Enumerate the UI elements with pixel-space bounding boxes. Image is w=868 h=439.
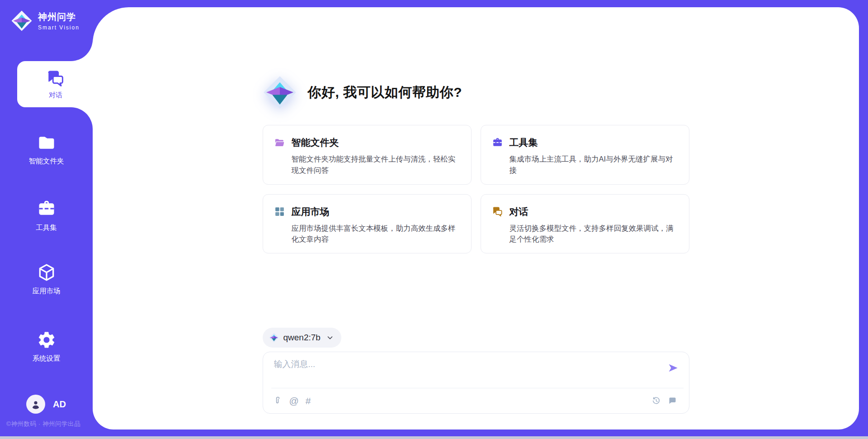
feature-cards: 智能文件夹 智能文件夹功能支持批量文件上传与清洗，轻松实现文件问答 工具集 集成… bbox=[263, 125, 689, 253]
toolbox-icon bbox=[492, 137, 503, 148]
sidebar: 神州问学 Smart Vision 对话 智能文件夹 工具集 应用市场 系统设置 bbox=[0, 0, 93, 439]
card-description: 应用市场提供丰富长文本模板，助力高效生成多样化文章内容 bbox=[292, 223, 459, 245]
app-subtitle: Smart Vision bbox=[38, 24, 80, 31]
card-toolbox[interactable]: 工具集 集成市场上主流工具，助力AI与外界无缝扩展与对接 bbox=[481, 125, 689, 185]
card-description: 灵活切换多模型文件，支持多样回复效果调试，满足个性化需求 bbox=[509, 223, 677, 245]
app-name: 神州问学 bbox=[38, 11, 80, 23]
sidebar-item-label: 应用市场 bbox=[33, 286, 61, 296]
sidebar-item-label: 智能文件夹 bbox=[29, 157, 64, 166]
grid-icon bbox=[274, 206, 285, 217]
card-smart-folder[interactable]: 智能文件夹 智能文件夹功能支持批量文件上传与清洗，轻松实现文件问答 bbox=[263, 125, 472, 185]
sidebar-item-smart-folder[interactable]: 智能文件夹 bbox=[0, 133, 93, 166]
cube-icon bbox=[37, 262, 57, 282]
person-icon bbox=[30, 398, 42, 410]
message-input[interactable] bbox=[274, 358, 658, 384]
greeting-text: 你好, 我可以如何帮助你? bbox=[308, 83, 462, 102]
copyright-text: ©神州数码 · 神州问学出品 bbox=[6, 420, 80, 428]
avatar bbox=[26, 395, 45, 414]
greeting: 你好, 我可以如何帮助你? bbox=[263, 75, 689, 110]
card-title: 对话 bbox=[509, 205, 528, 218]
sidebar-item-chat[interactable]: 对话 bbox=[17, 61, 94, 107]
gear-icon bbox=[37, 330, 57, 350]
card-chat[interactable]: 对话 灵活切换多模型文件，支持多样回复效果调试，满足个性化需求 bbox=[481, 194, 689, 254]
feedback-icon[interactable] bbox=[668, 396, 677, 406]
app-logo: 神州问学 Smart Vision bbox=[11, 10, 80, 32]
mention-icon[interactable]: @ bbox=[289, 396, 299, 406]
chevron-down-icon bbox=[326, 334, 334, 342]
history-icon[interactable] bbox=[651, 396, 661, 406]
send-icon[interactable] bbox=[667, 362, 679, 374]
card-description: 集成市场上主流工具，助力AI与外界无缝扩展与对接 bbox=[509, 153, 677, 176]
folder-icon bbox=[37, 133, 57, 153]
window-bottom-edge bbox=[0, 436, 868, 439]
card-title: 应用市场 bbox=[292, 205, 330, 218]
tab-curve-top bbox=[71, 39, 93, 61]
attachment-icon[interactable] bbox=[273, 396, 283, 406]
sidebar-item-label: 工具集 bbox=[36, 223, 57, 233]
sidebar-item-label: 对话 bbox=[49, 91, 62, 100]
sidebar-item-label: 系统设置 bbox=[33, 354, 61, 363]
topic-icon[interactable]: # bbox=[306, 396, 311, 406]
card-description: 智能文件夹功能支持批量文件上传与清洗，轻松实现文件问答 bbox=[292, 153, 459, 176]
user-profile[interactable]: AD bbox=[26, 395, 66, 414]
assistant-gem-icon bbox=[263, 75, 297, 110]
model-logo-icon bbox=[269, 333, 279, 343]
main-panel: 你好, 我可以如何帮助你? 智能文件夹 智能文件夹功能支持批量文件上传与清洗，轻… bbox=[93, 7, 859, 429]
sidebar-item-toolbox[interactable]: 工具集 bbox=[0, 199, 93, 233]
sidebar-item-settings[interactable]: 系统设置 bbox=[0, 330, 93, 363]
model-name: qwen2:7b bbox=[283, 333, 321, 343]
chat-icon bbox=[46, 69, 65, 88]
card-app-market[interactable]: 应用市场 应用市场提供丰富长文本模板，助力高效生成多样化文章内容 bbox=[263, 194, 472, 254]
sidebar-item-app-market[interactable]: 应用市场 bbox=[0, 262, 93, 296]
brand-gem-icon bbox=[11, 10, 33, 32]
folder-open-icon bbox=[274, 137, 285, 148]
toolbox-icon bbox=[37, 199, 57, 219]
card-title: 工具集 bbox=[509, 136, 538, 149]
tab-curve-bottom bbox=[71, 107, 93, 129]
chat-icon bbox=[492, 206, 503, 217]
model-selector[interactable]: qwen2:7b bbox=[263, 328, 341, 348]
card-title: 智能文件夹 bbox=[292, 136, 339, 149]
user-initials: AD bbox=[53, 399, 66, 410]
message-composer: @ # bbox=[263, 352, 689, 414]
